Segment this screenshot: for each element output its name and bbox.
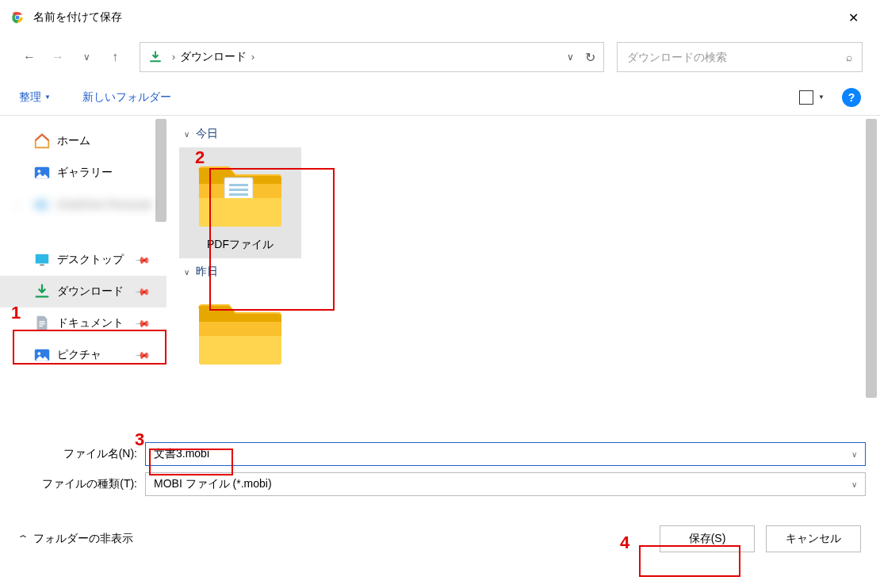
view-dropdown[interactable]: ▼ — [818, 94, 825, 101]
new-folder-button[interactable]: 新しいフォルダー — [82, 90, 171, 105]
svg-point-11 — [38, 352, 41, 355]
footer: フォルダーの非表示 保存(S) キャンセル — [0, 515, 880, 563]
sidebar-label: ギャラリー — [57, 166, 113, 180]
svg-rect-13 — [229, 184, 248, 186]
svg-rect-5 — [36, 254, 49, 264]
folder-label: PDFファイル — [207, 238, 274, 252]
save-button[interactable]: 保存(S) — [660, 525, 755, 552]
sidebar-item-desktop[interactable]: デスクトップ 📌 — [0, 244, 166, 276]
forward-button[interactable]: → — [46, 45, 70, 69]
sidebar-label: OneDrive Personal — [57, 198, 151, 211]
svg-rect-15 — [229, 193, 248, 196]
back-button[interactable]: ← — [17, 45, 41, 69]
view-mode-icon[interactable] — [799, 90, 813, 105]
content-pane: 今日 PDFファイル 昨日 — [166, 116, 880, 433]
cloud-icon — [33, 196, 51, 213]
sidebar-label: ダウンロード — [57, 284, 124, 299]
chevron-down-icon: ▼ — [44, 94, 51, 101]
cancel-label: キャンセル — [786, 532, 841, 546]
filetype-label: ファイルの種類(T): — [14, 477, 145, 491]
downloads-icon — [33, 283, 51, 300]
svg-rect-8 — [39, 323, 44, 324]
group-header-yesterday[interactable]: 昨日 — [184, 265, 867, 279]
breadcrumb-expand[interactable]: ∨ — [567, 52, 574, 63]
recent-dropdown[interactable]: ∨ — [75, 45, 98, 69]
sidebar-item-onedrive[interactable]: OneDrive Personal — [0, 189, 166, 220]
breadcrumb-chevron-icon: › — [172, 52, 175, 63]
home-icon — [33, 132, 51, 150]
pin-icon: 📌 — [135, 284, 151, 300]
filename-label: ファイル名(N): — [14, 447, 145, 461]
save-form: ファイル名(N): 文書3.mobi ∨ ファイルの種類(T): MOBI ファ… — [0, 433, 880, 499]
filetype-select[interactable]: MOBI ファイル (*.mobi) ∨ — [145, 472, 866, 496]
chevron-down-icon[interactable]: ∨ — [851, 480, 857, 489]
breadcrumb[interactable]: › ダウンロード › ∨ ↻ — [140, 42, 604, 72]
document-icon — [33, 315, 51, 332]
sidebar-label: ホーム — [57, 134, 90, 148]
breadcrumb-location: ダウンロード — [180, 50, 247, 64]
chevron-down-icon[interactable]: ∨ — [851, 450, 857, 459]
filetype-value: MOBI ファイル (*.mobi) — [154, 477, 272, 491]
sidebar-label: ドキュメント — [57, 316, 124, 330]
gallery-icon — [33, 164, 51, 181]
cancel-button[interactable]: キャンセル — [766, 525, 861, 552]
desktop-icon — [33, 251, 51, 269]
main-area: ホーム ギャラリー OneDrive Personal デスクトップ 📌 — [0, 116, 880, 433]
pin-icon: 📌 — [135, 252, 151, 269]
title-bar: 名前を付けて保存 ✕ — [0, 0, 880, 35]
content-scrollbar[interactable] — [866, 119, 877, 398]
hide-folders-label: フォルダーの非表示 — [33, 532, 133, 546]
search-box[interactable]: ⌕ — [617, 42, 863, 72]
hide-folders-toggle[interactable]: フォルダーの非表示 — [19, 532, 133, 546]
svg-rect-7 — [39, 321, 44, 322]
folder-item[interactable] — [179, 285, 301, 377]
group-header-today[interactable]: 今日 — [184, 127, 867, 141]
search-input[interactable] — [627, 51, 846, 63]
svg-rect-9 — [39, 326, 43, 326]
filename-input[interactable]: 文書3.mobi ∨ — [145, 442, 866, 466]
nav-row: ← → ∨ ↑ › ダウンロード › ∨ ↻ ⌕ — [0, 35, 880, 79]
sidebar-label: デスクトップ — [57, 253, 124, 267]
folder-icon — [193, 154, 288, 233]
sidebar: ホーム ギャラリー OneDrive Personal デスクトップ 📌 — [0, 116, 166, 433]
downloads-icon — [148, 50, 163, 64]
window-title: 名前を付けて保存 — [33, 10, 836, 25]
pictures-icon — [33, 346, 51, 364]
sidebar-item-pictures[interactable]: ピクチャ 📌 — [0, 339, 166, 371]
breadcrumb-chevron-icon: › — [251, 52, 254, 63]
svg-point-4 — [38, 170, 41, 173]
save-label: 保存(S) — [689, 532, 726, 546]
up-button[interactable]: ↑ — [103, 45, 127, 69]
sidebar-item-downloads[interactable]: ダウンロード 📌 — [0, 276, 166, 307]
pin-icon: 📌 — [135, 347, 151, 364]
organize-label: 整理 — [19, 90, 41, 105]
chrome-logo-icon — [10, 10, 25, 25]
close-button[interactable]: ✕ — [836, 0, 870, 35]
group-label: 今日 — [196, 127, 218, 141]
svg-rect-6 — [40, 265, 44, 266]
refresh-button[interactable]: ↻ — [585, 50, 595, 65]
sidebar-item-gallery[interactable]: ギャラリー — [0, 157, 166, 189]
group-label: 昨日 — [196, 265, 218, 279]
folder-icon — [193, 292, 288, 371]
pin-icon: 📌 — [135, 315, 151, 332]
help-button[interactable]: ? — [842, 88, 861, 107]
sidebar-label: ピクチャ — [57, 348, 101, 362]
svg-rect-14 — [229, 189, 248, 191]
sidebar-item-home[interactable]: ホーム — [0, 125, 166, 157]
filename-value: 文書3.mobi — [154, 447, 209, 461]
sidebar-item-documents[interactable]: ドキュメント 📌 — [0, 307, 166, 339]
toolbar: 整理 ▼ 新しいフォルダー ▼ ? — [0, 79, 880, 116]
organize-menu[interactable]: 整理 ▼ — [19, 90, 51, 105]
folder-pdf[interactable]: PDFファイル — [179, 147, 301, 258]
search-icon: ⌕ — [846, 51, 852, 63]
